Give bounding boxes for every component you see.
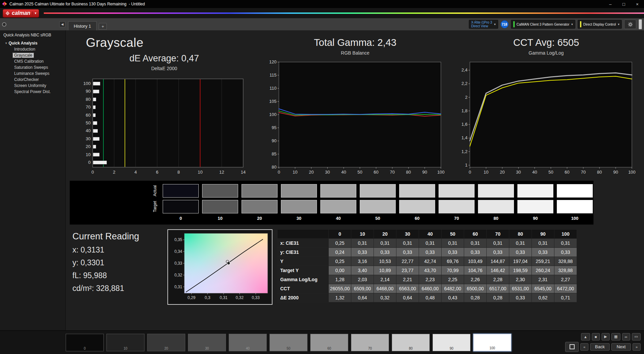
pattern-button-10[interactable]: 10: [106, 334, 144, 351]
band-level-label-20: 20: [242, 216, 278, 222]
back-button[interactable]: Back: [590, 343, 610, 351]
minimize-button[interactable]: –: [604, 0, 617, 8]
settings-button[interactable]: [624, 20, 636, 29]
actual-swatch-0: [163, 184, 199, 198]
sidebar-item-introduction[interactable]: Introduction: [13, 47, 37, 52]
svg-text:0: 0: [469, 170, 471, 175]
current-reading-title: Current Reading: [72, 231, 163, 242]
pattern-button-0[interactable]: 0: [66, 334, 104, 351]
pattern-button-100[interactable]: 100: [473, 334, 511, 351]
sidebar-item-cms-calibration[interactable]: CMS Calibration: [13, 59, 45, 64]
svg-text:30: 30: [325, 170, 330, 175]
target-swatch-10: [202, 200, 238, 213]
pattern-level-label: 70: [351, 347, 389, 350]
table-cell: 2,26: [464, 275, 487, 284]
maximize-button[interactable]: □: [617, 0, 631, 8]
band-level-label-60: 60: [399, 216, 435, 222]
reading-fl: fL: 95,988: [72, 271, 163, 280]
row-label-cct: CCT: [278, 284, 329, 293]
table-cell: 0,33: [374, 248, 396, 257]
main-panel: Grayscale dE Average: 0,47 DeltaE 2000 0…: [66, 30, 644, 330]
stop-button[interactable]: ■: [592, 333, 600, 341]
play-button[interactable]: ▶: [602, 333, 610, 341]
session-menu-button[interactable]: [2, 22, 6, 27]
svg-text:60: 60: [374, 170, 378, 175]
sidebar-item-screen-uniformity[interactable]: Screen Uniformity: [13, 83, 47, 88]
sidebar-collapse-button[interactable]: ◀: [59, 21, 65, 27]
actual-swatch-60: [399, 184, 435, 198]
tab-history-1[interactable]: History 1: [68, 21, 97, 30]
sidebar-item-saturation-sweeps[interactable]: Saturation Sweeps: [13, 65, 50, 70]
table-cell: 0,24: [329, 248, 351, 257]
table-cell: 26055,00: [329, 284, 351, 293]
pattern-button-70[interactable]: 70: [351, 334, 389, 351]
sidebar-section-quick-analysis[interactable]: ▾ Quick Analysis: [5, 41, 65, 46]
link-button[interactable]: ∞: [622, 333, 630, 341]
next-chevron-button[interactable]: »: [633, 343, 641, 351]
pattern-window-button[interactable]: [565, 342, 579, 352]
table-cell: 0,33: [509, 293, 532, 302]
row-label-target-y: Target Y: [278, 266, 329, 275]
pattern-level-label: 20: [148, 347, 185, 350]
table-cell: 6460,00: [419, 284, 442, 293]
svg-text:110: 110: [269, 86, 277, 91]
grayscale-chart-panel: Grayscale dE Average: 0,47 DeltaE 2000 0…: [70, 33, 259, 177]
svg-text:40: 40: [86, 128, 91, 133]
actual-swatch-10: [202, 184, 238, 198]
transport-controls: ▲■▶▦∞▭ « Back Next »: [565, 333, 641, 352]
display-button[interactable]: ▭: [632, 333, 641, 341]
svg-text:0,32: 0,32: [174, 273, 183, 277]
next-button[interactable]: Next: [611, 343, 631, 351]
chevron-down-icon: ▾: [494, 23, 496, 26]
pattern-button-80[interactable]: 80: [392, 334, 430, 351]
svg-text:100: 100: [269, 112, 277, 117]
meter-status-badge[interactable]: 718: [501, 20, 509, 28]
svg-text:0,33: 0,33: [252, 295, 260, 300]
svg-text:40: 40: [341, 170, 346, 175]
sidebar-item-spectral-power-dist[interactable]: Spectral Power Dist.: [13, 89, 52, 94]
table-cell: 144,87: [487, 257, 509, 266]
pattern-button-90[interactable]: 90: [432, 334, 471, 351]
back-chevron-button[interactable]: «: [580, 343, 588, 351]
pattern-generator-selector[interactable]: CalMAN Client 3 Pattern Generator ▾: [511, 20, 575, 29]
pattern-button-20[interactable]: 20: [147, 334, 185, 351]
svg-text:100: 100: [83, 81, 91, 86]
current-reading-panel: Current Reading x: 0,3131y: 0,3301fL: 95…: [72, 229, 163, 293]
svg-text:50: 50: [548, 170, 553, 175]
svg-text:90: 90: [613, 170, 618, 175]
actual-swatch-40: [320, 184, 356, 198]
cie-chromaticity-chart: 0,310,320,330,340,350,290,30,310,320,33: [169, 231, 270, 302]
sidebar-item-luminance-sweeps[interactable]: Luminance Sweeps: [13, 71, 51, 76]
panel-scroll-button[interactable]: [639, 19, 642, 29]
display-control-selector[interactable]: Direct Display Control ▾: [578, 20, 622, 29]
table-row-x-cie31: x: CIE310,250,310,310,310,310,310,310,31…: [278, 239, 577, 248]
save-button[interactable]: ▦: [611, 333, 620, 341]
table-cell: 0,32: [374, 293, 396, 302]
calman-menu-button[interactable]: calman ▾: [3, 9, 39, 18]
sidebar-item-grayscale[interactable]: Grayscale: [13, 53, 34, 58]
pattern-button-50[interactable]: 50: [269, 334, 308, 351]
table-cell: 0,31: [374, 239, 396, 248]
pattern-button-30[interactable]: 30: [188, 334, 226, 351]
table-cell: 2,14: [374, 275, 396, 284]
pattern-level-label: 50: [270, 347, 307, 350]
svg-text:85: 85: [272, 151, 277, 156]
pattern-up-button[interactable]: ▲: [581, 333, 590, 341]
add-tab-button[interactable]: +: [99, 23, 107, 30]
pattern-button-60[interactable]: 60: [310, 334, 348, 351]
table-cell: 0,31: [464, 239, 487, 248]
rgb-balance-chart-panel: Total Gamma: 2,43 RGB Balance 8085909510…: [261, 33, 450, 177]
table-cell: 0,28: [464, 293, 487, 302]
meter-selector[interactable]: X-Rite i1Pro 3 Direct View ▾: [469, 20, 498, 29]
svg-text:2,4: 2,4: [461, 67, 468, 72]
gamma-chart-panel: CCT Avg: 6505 Gamma Log/Log 11,21,41,61,…: [452, 33, 641, 177]
target-swatch-0: [163, 200, 199, 213]
sidebar-item-colorchecker[interactable]: ColorChecker: [13, 77, 40, 82]
table-cell: 6563,00: [396, 284, 419, 293]
close-button[interactable]: ×: [631, 0, 644, 8]
svg-text:120: 120: [269, 59, 277, 64]
target-swatch-20: [242, 200, 278, 213]
actual-swatch-70: [439, 184, 475, 198]
brand-bar: calman ▾: [0, 8, 644, 18]
pattern-button-40[interactable]: 40: [229, 334, 267, 351]
